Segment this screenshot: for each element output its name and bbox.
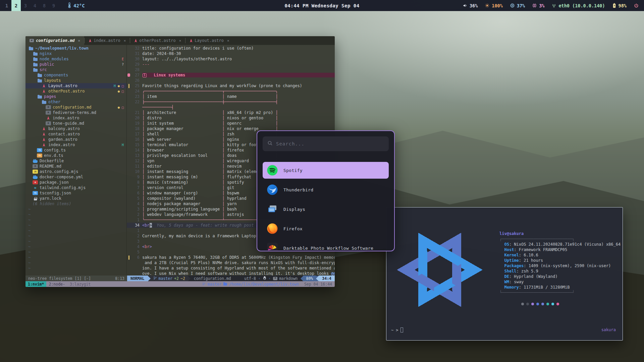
editor-line[interactable]: and a 2TB (Crucial P5 Plus) NVMe drive. … <box>127 260 335 265</box>
tree-item-tsconfig.json[interactable]: TStsconfig.json <box>25 190 126 196</box>
tree-item-Dockerfile[interactable]: Dockerfile <box>25 158 126 164</box>
launcher-item-displays[interactable]: Displays <box>263 201 389 218</box>
volume-module[interactable]: 36% <box>463 3 478 8</box>
thunderbird-icon <box>267 184 278 195</box>
tree-item-yarn.lock[interactable]: yarn.lock <box>25 196 126 201</box>
editor-line[interactable]: ove. I use Nix when I need software with… <box>127 271 335 276</box>
tab-Layout.astro[interactable]: Layout.astro× <box>185 36 233 45</box>
tree-item-tailwind.config.mjs[interactable]: ≈tailwind.config.mjs <box>25 185 126 190</box>
tree-item-Layout.astro[interactable]: Layout.astroH●□ <box>25 83 126 88</box>
editor-line[interactable]: 20│ distro │ nixos or gentoo │ <box>127 115 335 121</box>
cpu-module[interactable]: 37% <box>510 3 525 8</box>
tree-item-README.md[interactable]: MREADME.md <box>25 164 126 169</box>
tmux-window-2-node-[interactable]: 2:node- <box>46 281 67 287</box>
terminal-window-fetch[interactable]: liv@sakura┌─────────────────────────────… <box>386 207 623 341</box>
editor-line[interactable]: 26 <box>127 78 335 83</box>
tab-index.astro[interactable]: index.astro× <box>85 36 130 45</box>
editor-line-text: ├────────────────────────────────┼──────… <box>142 100 335 104</box>
launcher-item-thunderbird[interactable]: Thunderbird <box>263 181 389 198</box>
editor-line[interactable]: 23│ item │ name │ <box>127 94 335 99</box>
close-icon[interactable]: × <box>78 39 80 43</box>
gutter-sign <box>127 255 131 260</box>
editor-line[interactable]: ────────────┤ <box>127 105 335 110</box>
tmux-window-1-nvim-[interactable]: 1:nvim* <box>25 281 46 287</box>
git-segment: master +2 ~2 <box>151 276 188 281</box>
tree-item--6-hidden-items-[interactable]: (6 hidden items) <box>25 201 126 206</box>
editor-line[interactable]: 24╭────────────────────────────────┬────… <box>127 88 335 94</box>
tmux-branch: master <box>208 282 222 287</box>
tree-item-badges: ? <box>122 63 126 66</box>
power-module[interactable] <box>634 3 639 8</box>
launcher-search[interactable] <box>263 136 389 151</box>
launcher-item-firefox[interactable]: Firefox <box>263 220 389 237</box>
tmux-window-3-lazygit[interactable]: 3:lazygit <box>67 281 93 287</box>
search-input[interactable] <box>276 141 384 146</box>
workspace-3[interactable]: 3 <box>21 0 30 11</box>
tree-item-config.ts[interactable]: TSconfig.ts <box>25 147 126 153</box>
tree-item-contact.astro[interactable]: contact.astro <box>25 131 126 137</box>
tree-item-public[interactable]: public? <box>25 62 126 67</box>
editor-line[interactable]: 30layout: ../../layouts/otherPost.astro <box>127 56 335 62</box>
tree-item-node-modules[interactable]: node_modulesE <box>25 56 126 62</box>
battery-module[interactable]: 98% <box>612 3 627 8</box>
editor-line[interactable]: 22├────────────────────────────────┼────… <box>127 99 335 105</box>
editor-line[interactable]: 31date: 2024-08-30 <box>127 51 335 56</box>
tree-item-other[interactable]: other <box>25 99 126 105</box>
editor-line[interactable]: ion. I have a setup consisting of Hyprla… <box>127 265 335 271</box>
editor-line[interactable]: 6sakura has a Ryzen 5 7640U, 32GB of DDR… <box>127 255 335 260</box>
cursor-position: 34:4 <box>319 276 335 281</box>
workspace-4[interactable]: 4 <box>30 0 40 11</box>
launcher-item-spotify[interactable]: Spotify <box>263 162 389 179</box>
tree-item-garden.astro[interactable]: garden.astro <box>25 137 126 142</box>
tree-item-nginx[interactable]: nginx <box>25 51 126 56</box>
launcher-item-darktable[interactable]: Darktable Photo Workflow Software <box>263 240 389 251</box>
workspace-8[interactable]: 8 <box>40 0 49 11</box>
prompt-path: ~ <box>391 328 393 333</box>
tree-item-components[interactable]: components <box>25 72 126 78</box>
workspace-1[interactable]: 1 <box>2 0 11 11</box>
thermometer-icon <box>68 2 71 9</box>
gpu-icon <box>532 3 537 8</box>
tree-item-layouts[interactable]: layouts <box>25 78 126 83</box>
tree-item-fediverse-terms.md[interactable]: Mfediverse-terms.md <box>25 110 126 115</box>
tree-item-otherPost.astro[interactable]: otherPost.astro●□ <box>25 88 126 94</box>
tree-item-configuration.md[interactable]: Mconfiguration.md●□ <box>25 105 126 110</box>
fetch-wm: WM: sway <box>499 279 621 285</box>
scroll-percent: 80% <box>303 276 316 281</box>
tree-item-docker-compose.yml[interactable]: docker-compose.yml <box>25 174 126 180</box>
tmux-windows: 1:nvim* 2:node- 3:lazygit <box>25 281 93 287</box>
statusline: neo-tree filesystem [1] [-] 8:13 NORMAL … <box>25 276 335 281</box>
tree-item-index.astro[interactable]: index.astroH <box>25 142 126 147</box>
tab-otherPost.astro[interactable]: otherPost.astro× <box>130 36 185 45</box>
shell-prompt[interactable]: ~ > <box>391 327 403 333</box>
tree-item-src[interactable]: src <box>25 67 126 72</box>
tree-item-env.d.ts[interactable]: TSenv.d.ts <box>25 153 126 158</box>
palette-dot <box>551 303 554 305</box>
gpu-module[interactable]: 3% <box>532 3 544 8</box>
editor-line[interactable]: 19│ init system │ openrc │ <box>127 121 335 126</box>
brightness-icon <box>485 3 489 8</box>
editor-line[interactable]: 32title: configuration for devices i use… <box>127 46 335 51</box>
editor-line[interactable]: 25Favorite things regarding Linux and my… <box>127 83 335 88</box>
tree-item-balcony.astro[interactable]: balcony.astro <box>25 126 126 131</box>
brightness-module[interactable]: 100% <box>485 3 503 8</box>
tree-item-index.astro[interactable]: index.astro <box>25 115 126 121</box>
fetch-memory: Memory: 11731MiB / 31280MiB <box>499 285 621 290</box>
close-icon[interactable]: × <box>227 39 229 43</box>
close-icon[interactable]: × <box>124 39 126 43</box>
workspace-9[interactable]: 9 <box>49 0 58 11</box>
tree-item-tone-guide.md[interactable]: Mtone-guide.md <box>25 121 126 126</box>
prompt-char: > <box>396 328 398 333</box>
editor-line[interactable]: 21│ architecture │ x86_64 (rip m2 pro) │ <box>127 110 335 115</box>
editor-line[interactable]: 28 <box>127 67 335 72</box>
editor-line[interactable]: 271 Linux systems <box>127 72 335 78</box>
tree-item-pages[interactable]: pages <box>25 94 126 99</box>
workspace-2[interactable]: 2 <box>11 0 21 11</box>
tree-item-package.json[interactable]: npackage.json <box>25 180 126 185</box>
tree-item-astro.config.mjs[interactable]: JSastro.config.mjs <box>25 169 126 174</box>
tree-item--Development-liv.town[interactable]: ~/Development/liv.town <box>25 46 126 51</box>
network-module[interactable]: eth0 (10.0.0.140) <box>552 3 605 8</box>
editor-line[interactable]: 29--- <box>127 62 335 67</box>
tab-configuration.md[interactable]: Mconfiguration.md× <box>25 36 84 45</box>
close-icon[interactable]: × <box>179 39 181 43</box>
